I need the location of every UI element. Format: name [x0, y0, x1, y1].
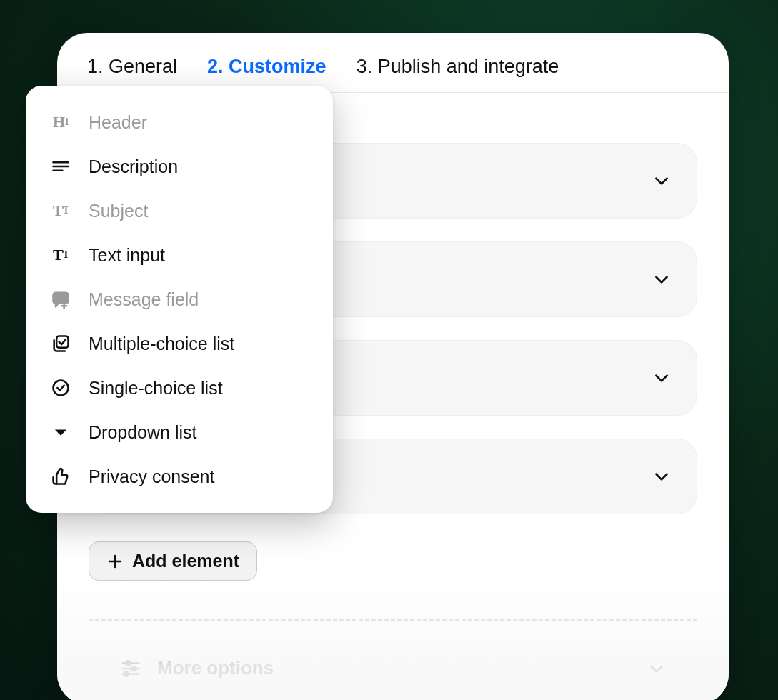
caret-down-icon: [50, 421, 71, 443]
chevron-down-icon: [652, 171, 671, 190]
menu-item-label: Multiple-choice list: [89, 334, 234, 354]
tt-icon: TT: [50, 200, 71, 221]
add-element-label: Add element: [132, 551, 239, 571]
menu-item-label: Single-choice list: [89, 378, 223, 399]
message-plus-icon: [50, 289, 71, 310]
menu-item-multiple-choice[interactable]: Multiple-choice list: [26, 321, 333, 366]
thumbs-up-icon: [50, 466, 71, 487]
lines-icon: [50, 156, 71, 177]
section-divider: [89, 619, 697, 621]
h1-icon: H1: [50, 111, 71, 133]
tab-publish[interactable]: 3. Publish and integrate: [356, 50, 559, 92]
plus-icon: [106, 553, 124, 570]
menu-item-label: Message field: [89, 289, 199, 310]
menu-item-description[interactable]: Description: [26, 144, 333, 189]
menu-item-label: Header: [89, 112, 147, 133]
add-element-button[interactable]: Add element: [89, 541, 257, 581]
menu-item-label: Privacy consent: [89, 466, 214, 487]
checkbox-stack-icon: [50, 333, 71, 354]
menu-item-text-input[interactable]: TT Text input: [26, 233, 333, 277]
menu-item-subject: TT Subject: [26, 189, 333, 233]
menu-item-message-field: Message field: [26, 277, 333, 321]
sliders-icon: [120, 658, 141, 679]
tab-bar: 1. General 2. Customize 3. Publish and i…: [57, 33, 729, 93]
check-circle-icon: [50, 377, 71, 399]
more-options-row[interactable]: More options: [89, 650, 697, 686]
chevron-down-icon: [652, 369, 671, 387]
menu-item-privacy-consent[interactable]: Privacy consent: [26, 454, 333, 499]
chevron-down-icon: [652, 467, 671, 486]
more-options-label: More options: [157, 657, 274, 679]
menu-item-dropdown-list[interactable]: Dropdown list: [26, 410, 333, 454]
menu-item-label: Text input: [89, 245, 165, 266]
menu-item-header: H1 Header: [26, 100, 333, 144]
chevron-down-icon: [647, 659, 666, 678]
menu-item-single-choice[interactable]: Single-choice list: [26, 366, 333, 410]
menu-item-label: Description: [89, 156, 178, 177]
add-element-popover: H1 Header Description TT Subject TT Text…: [26, 86, 333, 513]
chevron-down-icon: [652, 270, 671, 289]
svg-point-15: [54, 381, 69, 396]
tt-icon: TT: [50, 244, 71, 266]
menu-item-label: Dropdown list: [89, 422, 196, 443]
menu-item-label: Subject: [89, 201, 148, 221]
svg-rect-11: [54, 293, 69, 304]
